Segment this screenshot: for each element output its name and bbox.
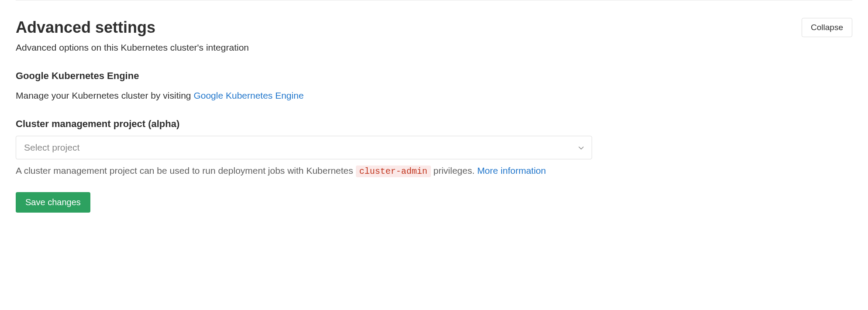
help-prefix: A cluster management project can be used… [16,165,356,176]
section-subtitle: Advanced options on this Kubernetes clus… [16,42,852,53]
cluster-admin-code: cluster-admin [356,165,431,177]
gke-link[interactable]: Google Kubernetes Engine [193,90,303,100]
cluster-project-help: A cluster management project can be used… [16,164,592,178]
gke-description: Manage your Kubernetes cluster by visiti… [16,90,852,101]
section-header: Advanced settings Collapse [16,18,852,37]
gke-text-prefix: Manage your Kubernetes cluster by visiti… [16,90,193,100]
cluster-project-placeholder: Select project [24,142,79,153]
more-information-link[interactable]: More information [477,165,546,176]
chevron-down-icon [579,144,584,151]
help-suffix: privileges. [431,165,477,176]
section-title: Advanced settings [16,18,155,37]
save-changes-button[interactable]: Save changes [16,192,90,213]
collapse-button[interactable]: Collapse [802,18,852,37]
cluster-project-label: Cluster management project (alpha) [16,118,852,130]
gke-heading: Google Kubernetes Engine [16,70,852,82]
cluster-project-select[interactable]: Select project [16,136,592,159]
section-divider [16,0,852,0]
cluster-project-select-wrapper: Select project [16,136,592,159]
